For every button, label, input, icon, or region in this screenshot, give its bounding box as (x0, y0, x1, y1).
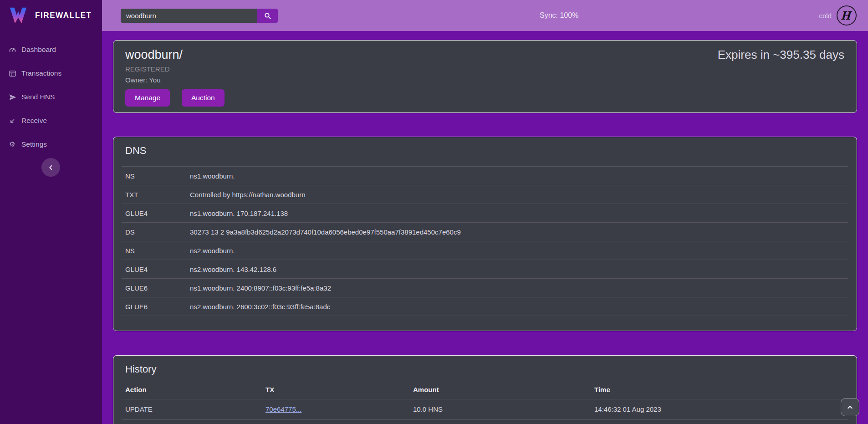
paper-plane-icon (8, 93, 16, 101)
table-icon (8, 69, 16, 77)
sidebar-item-send-hns[interactable]: Send HNS (0, 85, 102, 109)
sidebar: FIREWALLET Dashboard Transactions (0, 0, 102, 424)
history-row: UPDATE 70e64775... 10.0 HNS 14:46:32 01 … (122, 399, 848, 419)
sidebar-item-transactions[interactable]: Transactions (0, 61, 102, 85)
history-row: RENEW 47f4e1... 10.0 HNS 15:47:36 07 Feb… (122, 419, 848, 424)
arrow-down-left-icon (8, 117, 16, 125)
sidebar-item-label: Transactions (21, 69, 61, 77)
dns-record-value: ns1.woodburn. (186, 167, 848, 185)
history-time: 15:47:36 07 Feb 2023 (591, 419, 848, 424)
dns-record-type: GLUE6 (122, 297, 186, 316)
expiry-text: Expires in ~395.35 days (718, 48, 844, 62)
history-action: UPDATE (122, 399, 262, 419)
history-table: Action TX Amount Time UPDATE 70e64775...… (122, 381, 848, 424)
dns-record-value: ns1.woodburn. 170.187.241.138 (186, 204, 848, 223)
dns-record-value: ns2.woodburn. 143.42.128.6 (186, 260, 848, 279)
dns-record-type: GLUE4 (122, 204, 186, 223)
dns-record-row: GLUE6 ns1.woodburn. 2400:8907::f03c:93ff… (122, 279, 848, 297)
tx-link[interactable]: 70e64775... (266, 405, 301, 413)
dns-card: DNS NS ns1.woodburn. TXT Controlled by h… (113, 137, 857, 331)
history-card: History Action TX Amount Time UPDATE 70e… (113, 355, 857, 424)
brand-name: FIREWALLET (35, 11, 92, 20)
history-time: 14:46:32 01 Aug 2023 (591, 399, 848, 419)
domain-card: Expires in ~395.35 days woodburn/ REGIST… (113, 40, 857, 113)
gauge-icon (8, 46, 16, 54)
search-button[interactable] (257, 9, 278, 23)
sidebar-item-receive[interactable]: Receive (0, 109, 102, 133)
dns-title: DNS (113, 137, 857, 157)
dns-record-value: Controlled by https://nathan.woodburn (186, 185, 848, 204)
search-icon (264, 12, 271, 20)
domain-actions: Manage Auction (125, 89, 845, 107)
dns-record-type: GLUE6 (122, 279, 186, 297)
firewallet-logo-icon (8, 5, 29, 26)
wallet-name: cold (819, 12, 832, 20)
domain-owner: Owner: You (125, 76, 845, 84)
dns-record-type: NS (122, 167, 186, 185)
sidebar-nav: Dashboard Transactions Send HNS (0, 38, 102, 156)
history-title: History (113, 356, 857, 375)
domain-status: REGISTERED (125, 65, 845, 73)
history-column-amount: Amount (409, 381, 591, 399)
manage-button[interactable]: Manage (125, 89, 170, 107)
dns-record-type: DS (122, 223, 186, 241)
history-amount: 10.0 HNS (409, 419, 591, 424)
dns-record-value: ns2.woodburn. (186, 241, 848, 260)
main-content: Expires in ~395.35 days woodburn/ REGIST… (102, 31, 868, 424)
history-header-row: Action TX Amount Time (122, 381, 848, 399)
dns-record-row: GLUE6 ns2.woodburn. 2600:3c02::f03c:93ff… (122, 297, 848, 316)
wallet-group: cold H (819, 0, 857, 31)
sidebar-item-label: Settings (21, 140, 47, 148)
history-action: RENEW (122, 419, 262, 424)
topbar: Sync: 100% cold H (102, 0, 868, 31)
gear-icon: ⚙ (8, 140, 16, 148)
handshake-logo-icon[interactable]: H (837, 5, 857, 26)
sidebar-collapse-button[interactable] (41, 158, 60, 177)
dns-record-value: 30273 13 2 9a3a8fb3d625d2a2073d740f10da6… (186, 223, 848, 241)
dns-record-row: GLUE4 ns2.woodburn. 143.42.128.6 (122, 260, 848, 279)
search-input[interactable] (121, 9, 257, 23)
sync-status: Sync: 100% (540, 0, 578, 31)
chevron-left-icon (47, 164, 55, 171)
sidebar-item-label: Dashboard (21, 46, 56, 54)
dns-record-value: ns1.woodburn. 2400:8907::f03c:93ff:fe5a:… (186, 279, 848, 297)
chevron-up-icon (846, 404, 854, 411)
scroll-top-button[interactable] (841, 398, 859, 416)
auction-button[interactable]: Auction (182, 89, 225, 107)
search-group (121, 9, 278, 23)
history-column-action: Action (122, 381, 262, 399)
sidebar-item-settings[interactable]: ⚙ Settings (0, 133, 102, 156)
dns-record-row: TXT Controlled by https://nathan.woodbur… (122, 185, 848, 204)
dns-record-row: GLUE4 ns1.woodburn. 170.187.241.138 (122, 204, 848, 223)
dns-record-type: TXT (122, 185, 186, 204)
sidebar-item-dashboard[interactable]: Dashboard (0, 38, 102, 61)
dns-record-row: NS ns2.woodburn. (122, 241, 848, 260)
brand[interactable]: FIREWALLET (0, 0, 102, 31)
dns-record-row: NS ns1.woodburn. (122, 167, 848, 185)
sidebar-item-label: Receive (21, 117, 47, 125)
dns-record-row: DS 30273 13 2 9a3a8fb3d625d2a2073d740f10… (122, 223, 848, 241)
dns-record-type: GLUE4 (122, 260, 186, 279)
dns-record-value: ns2.woodburn. 2600:3c02::f03c:93ff:fe5a:… (186, 297, 848, 316)
history-amount: 10.0 HNS (409, 399, 591, 419)
history-column-tx: TX (262, 381, 409, 399)
dns-table: NS ns1.woodburn. TXT Controlled by https… (122, 166, 848, 316)
history-column-time: Time (591, 381, 848, 399)
dns-record-type: NS (122, 241, 186, 260)
sidebar-item-label: Send HNS (21, 93, 55, 101)
